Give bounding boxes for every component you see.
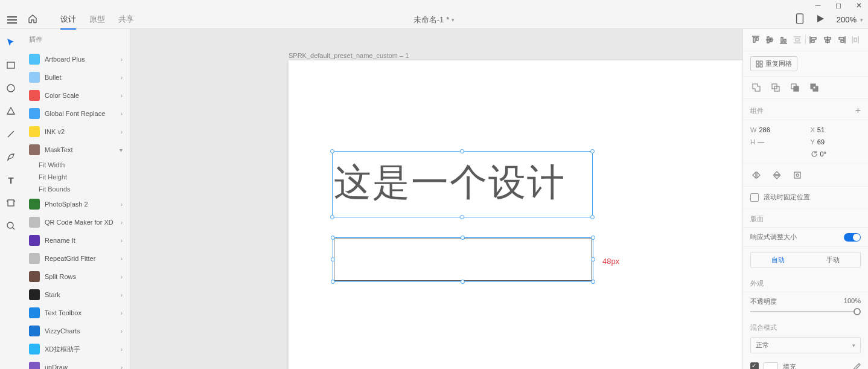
- menu-icon[interactable]: [7, 16, 17, 24]
- select-tool[interactable]: [6, 37, 16, 47]
- chevron-down-icon: ▾: [860, 17, 863, 23]
- plugin-item[interactable]: Split Rows›: [22, 268, 130, 286]
- opacity-value: 100%: [844, 297, 861, 304]
- plugin-sub-item[interactable]: Fit Width: [22, 159, 130, 171]
- home-icon[interactable]: [28, 14, 37, 25]
- tab-share[interactable]: 共享: [118, 10, 134, 30]
- height-field[interactable]: H: [750, 138, 801, 146]
- plugin-name: VizzyCharts: [45, 327, 116, 335]
- eyedropper-icon[interactable]: [852, 362, 861, 369]
- plugin-icon: [29, 54, 40, 65]
- tab-design[interactable]: 设计: [60, 10, 76, 30]
- repeat-grid-button[interactable]: 重复网格: [750, 56, 797, 71]
- svg-rect-16: [781, 37, 783, 42]
- align-right-icon[interactable]: [835, 34, 847, 46]
- plugin-icon: [29, 289, 40, 300]
- artboard[interactable]: 这是一个设计 48px: [289, 60, 742, 369]
- svg-rect-32: [854, 38, 857, 42]
- artboard-tool[interactable]: [6, 198, 16, 208]
- plugin-item[interactable]: PhotoSplash 2›: [22, 195, 130, 213]
- chevron-icon: ›: [121, 346, 123, 353]
- plugin-name: Bullet: [45, 74, 116, 81]
- canvas[interactable]: SPRK_default_preset_name_custom – 1 这是一个…: [130, 29, 742, 369]
- plugin-item[interactable]: INK v2›: [22, 123, 130, 141]
- plugin-sub-item[interactable]: Fit Height: [22, 171, 130, 183]
- plugin-item[interactable]: Rename It›: [22, 231, 130, 249]
- plugin-icon: [29, 326, 40, 336]
- svg-rect-23: [811, 40, 814, 42]
- plugin-item[interactable]: RepeatGrid Fitter›: [22, 249, 130, 268]
- toolbar: T: [0, 29, 22, 369]
- zoom-tool[interactable]: [6, 221, 16, 231]
- document-title[interactable]: 未命名-1* ▾: [413, 14, 455, 25]
- y-field[interactable]: Y: [811, 138, 861, 146]
- plugin-item[interactable]: XD拉框助手›: [22, 340, 130, 358]
- svg-point-2: [7, 85, 14, 92]
- ellipse-tool[interactable]: [6, 83, 16, 93]
- boolean-intersect-icon[interactable]: [789, 82, 801, 94]
- align-vcenter-icon[interactable]: [764, 34, 776, 46]
- pen-tool[interactable]: [6, 152, 16, 162]
- device-preview-icon[interactable]: [796, 13, 804, 26]
- flip-v-icon[interactable]: [771, 169, 783, 181]
- tab-prototype[interactable]: 原型: [89, 10, 105, 30]
- plugin-item[interactable]: unDraw›: [22, 358, 130, 369]
- add-component-icon[interactable]: +: [855, 105, 861, 116]
- plugin-item[interactable]: VizzyCharts›: [22, 322, 130, 340]
- svg-rect-10: [753, 37, 755, 42]
- plugin-item[interactable]: Stark›: [22, 286, 130, 304]
- distribute-v-icon[interactable]: [791, 34, 803, 46]
- plugin-item[interactable]: Bullet›: [22, 68, 130, 86]
- chevron-icon: ›: [121, 328, 123, 335]
- polygon-tool[interactable]: [6, 106, 16, 116]
- play-icon[interactable]: [816, 14, 825, 25]
- plugin-item[interactable]: QR Code Maker for XD›: [22, 213, 130, 231]
- chevron-icon: ›: [121, 92, 123, 99]
- plugin-item[interactable]: Color Scale›: [22, 86, 130, 104]
- svg-rect-44: [794, 172, 800, 178]
- line-tool[interactable]: [6, 129, 16, 139]
- text-layer[interactable]: 这是一个设计: [334, 157, 566, 208]
- boolean-subtract-icon[interactable]: [770, 82, 782, 94]
- opacity-slider[interactable]: [750, 311, 861, 312]
- svg-rect-20: [796, 39, 799, 41]
- lock-aspect-icon[interactable]: [791, 169, 803, 181]
- chevron-icon: ›: [121, 310, 123, 316]
- flip-h-icon[interactable]: [750, 169, 762, 181]
- artboard-label[interactable]: SPRK_default_preset_name_custom – 1: [289, 52, 409, 59]
- responsive-mode-segment[interactable]: 自动 手动: [750, 252, 861, 268]
- x-field[interactable]: X: [811, 126, 861, 133]
- plugin-item[interactable]: Artboard Plus›: [22, 50, 130, 68]
- align-bottom-icon[interactable]: [778, 34, 790, 46]
- blend-mode-select[interactable]: 正常 ▾: [750, 337, 861, 353]
- close-button[interactable]: ✕: [855, 1, 863, 10]
- plugin-item[interactable]: Global Font Replace›: [22, 104, 130, 123]
- text-tool[interactable]: T: [6, 175, 16, 185]
- minimize-button[interactable]: ─: [814, 1, 822, 10]
- width-field[interactable]: W: [750, 126, 801, 133]
- fill-swatch[interactable]: [764, 362, 778, 369]
- plugin-sub-item[interactable]: Fit Bounds: [22, 183, 130, 195]
- responsive-toggle[interactable]: [844, 233, 861, 242]
- plugin-icon: [29, 362, 40, 369]
- plugin-icon: [29, 126, 40, 137]
- plugin-item[interactable]: MaskText▾: [22, 141, 130, 159]
- boolean-exclude-icon[interactable]: [808, 82, 820, 94]
- fill-checkbox[interactable]: [750, 362, 759, 369]
- boolean-union-icon[interactable]: [750, 82, 762, 94]
- rotation-field[interactable]: [811, 150, 861, 158]
- maximize-button[interactable]: ◻: [834, 1, 843, 10]
- distribute-h-icon[interactable]: [849, 34, 861, 46]
- align-hcenter-icon[interactable]: [822, 34, 834, 46]
- svg-line-8: [13, 228, 14, 229]
- chevron-down-icon: ▾: [452, 17, 455, 23]
- plugin-name: Global Font Replace: [45, 110, 116, 117]
- plugin-icon: [29, 90, 40, 101]
- plugin-item[interactable]: Text Toolbox›: [22, 304, 130, 322]
- align-top-icon[interactable]: [750, 34, 762, 46]
- align-left-icon[interactable]: [808, 34, 820, 46]
- fix-position-checkbox[interactable]: [750, 193, 759, 202]
- rectangle-tool[interactable]: [6, 60, 16, 70]
- zoom-level[interactable]: 200% ▾: [837, 15, 863, 24]
- plugin-name: Rename It: [45, 237, 116, 244]
